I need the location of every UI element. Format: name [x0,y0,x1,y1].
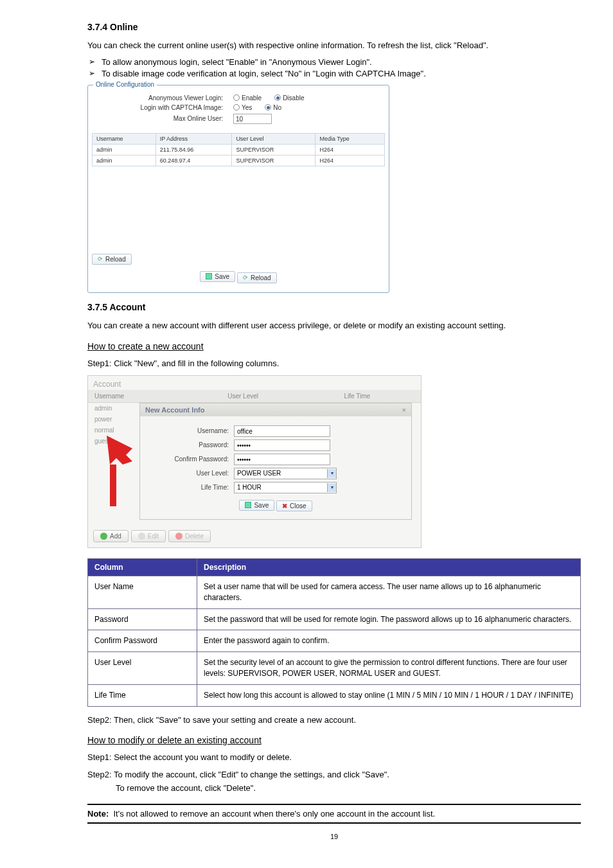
bullet-item: To allow anonymous login, select "Enable… [87,57,581,67]
add-button[interactable]: Add [93,530,129,542]
username-input[interactable]: office [234,425,330,437]
online-config-panel: Online Configuration Anonymous Viewer Lo… [87,85,389,293]
callout-arrow [94,429,145,514]
section-375-title: 3.7.5 Account [87,302,581,312]
reload-icon: ⟳ [243,274,248,281]
online-users-table: Username IP Address User Level Media Typ… [92,133,385,166]
col-userlevel: User Level [232,133,315,144]
col-username: Username [93,133,156,144]
delete-button[interactable]: Delete [168,530,211,542]
page-number: 19 [87,833,581,840]
table-row: Confirm PasswordEnter the password again… [88,630,581,652]
disk-icon [206,273,212,279]
section-374-intro: You can check the current online user(s)… [87,40,581,52]
reload-icon: ⟳ [98,256,103,262]
close-icon[interactable]: × [402,406,406,414]
col-userlevel: User Level [221,390,337,403]
button-label: Save [215,273,229,280]
radio-label: Disable [283,94,304,102]
note-label: Note: [87,809,109,819]
account-panel: Account Username User Level Life Time ad… [87,375,422,549]
button-label: Add [110,533,121,540]
user-level-label: User Level: [150,470,234,477]
button-label: Reload [251,274,271,281]
modify-step2b: To remove the account, click "Delete". [87,783,581,795]
modify-step1: Step1: Select the account you want to mo… [87,752,581,764]
table-row: Life TimeSelect how long this account is… [88,684,581,706]
button-label: Reload [105,256,126,263]
close-icon: ✖ [282,502,287,509]
column-description-table: Column Description User NameSet a user n… [87,558,581,707]
minus-icon [175,533,182,540]
button-label: Save [254,502,269,509]
note-box: Note: It's not allowed to remove an acco… [87,804,581,824]
desc-header-description: Description [197,559,581,576]
reload-button[interactable]: ⟳Reload [92,254,132,265]
anon-enable-radio[interactable]: Enable [233,94,262,102]
button-label: Close [290,502,306,509]
save-button[interactable]: Save [200,271,235,282]
reload-button-2[interactable]: ⟳Reload [237,272,277,283]
account-panel-title: Account [88,376,421,390]
user-level-select[interactable]: POWER USER▾ [234,468,337,479]
chevron-down-icon: ▾ [327,483,336,492]
fieldset-legend: Online Configuration [93,81,157,88]
table-row: User NameSet a user name that will be us… [88,576,581,609]
col-lifetime: Life Time [337,390,421,403]
life-time-select[interactable]: 1 HOUR▾ [234,482,337,493]
col-username: Username [88,390,221,403]
life-time-label: Life Time: [150,484,234,491]
button-label: Edit [148,533,159,540]
radio-label: Yes [242,104,252,111]
plus-icon [100,533,107,540]
captcha-no-radio[interactable]: No [265,104,281,111]
section-374-bullets: To allow anonymous login, select "Enable… [87,57,581,78]
radio-label: No [273,104,281,111]
modal-save-button[interactable]: Save [239,500,274,511]
note-text: It's not allowed to remove an account wh… [113,809,435,819]
section-374-title: 3.7.4 Online [87,22,581,32]
max-online-label: Max Online User: [125,115,228,122]
howto-modify-heading: How to modify or delete an existing acco… [87,735,581,745]
pencil-icon [138,533,145,540]
table-row[interactable]: admin 211.75.84.96 SUPERVISOR H264 [93,144,385,155]
modify-step2a: Step2: To modify the account, click "Edi… [87,769,581,781]
step1-text: Step1: Click "New", and fill in the foll… [87,358,581,370]
modal-title: New Account Info [145,406,204,414]
anon-disable-radio[interactable]: Disable [274,94,304,102]
password-label: Password: [150,441,234,448]
step2-text: Step2: Then, click "Save" to save your s… [87,714,581,727]
desc-header-column: Column [88,559,197,576]
table-row: PasswordSet the password that will be us… [88,608,581,630]
col-mediatype: Media Type [315,133,385,144]
confirm-password-label: Confirm Password: [150,456,234,463]
bullet-item: To disable image code verification at lo… [87,69,581,78]
modal-close-button[interactable]: ✖Close [276,500,312,511]
edit-button[interactable]: Edit [131,530,166,542]
anon-login-label: Anonymous Viewer Login: [125,94,228,102]
chevron-down-icon: ▾ [327,469,336,478]
captcha-label: Login with CAPTCHA Image: [125,104,228,111]
disk-icon [245,502,251,508]
max-online-input[interactable]: 10 [233,114,272,124]
button-label: Delete [185,533,204,540]
section-375-intro: You can create a new account with differ… [87,320,581,332]
table-row: User LevelSet the security level of an a… [88,652,581,685]
password-input[interactable]: •••••• [234,439,330,451]
confirm-password-input[interactable]: •••••• [234,454,330,465]
col-ip: IP Address [155,133,232,144]
radio-label: Enable [242,94,262,102]
new-account-modal: New Account Info × Username:office Passw… [139,403,412,520]
captcha-yes-radio[interactable]: Yes [233,104,252,111]
howto-create-heading: How to create a new account [87,341,581,351]
table-row[interactable]: admin 60.248.97.4 SUPERVISOR H264 [93,155,385,166]
username-label: Username: [150,427,234,434]
